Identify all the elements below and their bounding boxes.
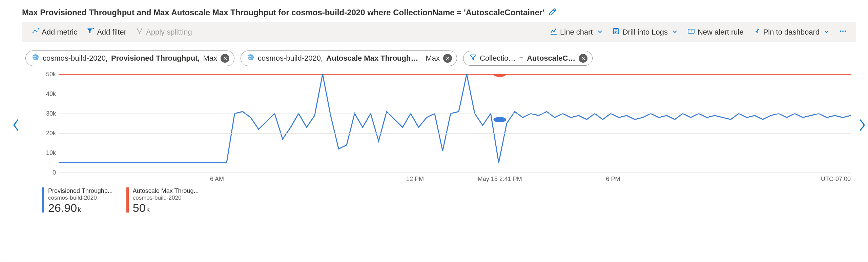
legend-value: 26.90 <box>48 201 77 214</box>
gridline <box>59 94 851 94</box>
metrics-panel: Max Provisioned Throughput and Max Autos… <box>0 0 868 262</box>
time-marker-line[interactable] <box>500 74 500 173</box>
line-chart-icon <box>550 27 557 37</box>
chevron-down-icon <box>824 28 830 37</box>
toolbar: Add metric Add filter Apply splitting Li… <box>22 22 856 42</box>
legend-resource: cosmos-build-2020 <box>48 195 113 201</box>
filter-value: AutoscaleC… <box>527 54 575 63</box>
chart-area: 50k40k30k20k10k06 AM12 PM6 PMUTC-07:00Ma… <box>22 74 856 173</box>
drill-logs-button[interactable]: Drill into Logs <box>608 25 683 40</box>
add-filter-button[interactable]: Add filter <box>82 25 131 40</box>
pill-row: cosmos-build-2020, Provisioned Throughpu… <box>0 42 868 66</box>
legend-item-provisioned[interactable]: Provisioned Throughp... cosmos-build-202… <box>42 187 113 215</box>
gridline <box>59 133 851 134</box>
filter-icon <box>470 54 476 63</box>
cosmos-icon <box>32 54 39 63</box>
chart-type-button[interactable]: Line chart <box>545 25 608 40</box>
more-icon <box>839 27 847 37</box>
new-alert-label: New alert rule <box>698 28 744 37</box>
page-title: Max Provisioned Throughput and Max Autos… <box>22 8 544 17</box>
legend-resource: cosmos-build-2020 <box>133 195 199 201</box>
gridline <box>59 114 851 114</box>
pill-metric: Provisioned Throughput, <box>111 54 200 63</box>
metric-pill-autoscale[interactable]: cosmos-build-2020, Autoscale Max Through… <box>241 51 457 66</box>
legend-unit: k <box>78 206 81 213</box>
x-axis-label: 12 PM <box>406 176 424 183</box>
gridline <box>59 153 851 153</box>
legend-unit: k <box>146 206 150 213</box>
timezone-label: UTC-07:00 <box>821 176 851 183</box>
add-filter-label: Add filter <box>97 28 126 37</box>
close-icon[interactable]: ✕ <box>221 54 229 63</box>
legend-swatch <box>42 187 44 213</box>
filter-property: Collectio… <box>480 54 516 63</box>
legend-name: Autoscale Max Throug... <box>133 187 199 195</box>
title-row: Max Provisioned Throughput and Max Autos… <box>0 0 868 22</box>
cosmos-icon <box>247 54 254 63</box>
filter-icon <box>87 27 94 37</box>
pin-dashboard-button[interactable]: Pin to dashboard <box>748 25 834 40</box>
gridline <box>59 173 851 173</box>
svg-point-10 <box>845 31 846 32</box>
add-metric-button[interactable]: Add metric <box>27 25 82 40</box>
close-icon[interactable]: ✕ <box>443 54 452 63</box>
legend-row: Provisioned Throughp... cosmos-build-202… <box>0 173 868 215</box>
more-button[interactable] <box>834 25 851 40</box>
pill-resource: cosmos-build-2020, <box>43 54 108 63</box>
chevron-down-icon <box>597 28 603 37</box>
x-axis-label: 6 PM <box>606 176 620 183</box>
svg-point-8 <box>840 31 841 32</box>
legend-item-autoscale[interactable]: Autoscale Max Throug... cosmos-build-202… <box>126 187 199 215</box>
close-icon[interactable]: ✕ <box>579 54 587 63</box>
y-axis-label: 40k <box>40 90 56 98</box>
legend-name: Provisioned Throughp... <box>48 187 113 195</box>
y-axis-label: 20k <box>40 130 56 137</box>
new-alert-button[interactable]: New alert rule <box>683 25 748 40</box>
filter-pill[interactable]: Collectio… = AutoscaleC… ✕ <box>463 51 593 66</box>
chart-type-label: Line chart <box>560 28 593 37</box>
y-axis-label: 30k <box>40 110 56 117</box>
x-axis-label: 6 AM <box>210 176 224 183</box>
pill-agg: Max <box>203 54 218 63</box>
apply-splitting-label: Apply splitting <box>146 28 192 37</box>
metric-pill-provisioned[interactable]: cosmos-build-2020, Provisioned Throughpu… <box>25 51 234 66</box>
edit-title-icon[interactable] <box>549 8 557 17</box>
legend-swatch <box>126 187 129 213</box>
chevron-down-icon <box>672 28 678 37</box>
y-axis-label: 0 <box>40 169 56 176</box>
chart-plot[interactable]: 50k40k30k20k10k06 AM12 PM6 PMUTC-07:00Ma… <box>40 74 851 173</box>
apply-splitting-button: Apply splitting <box>131 25 197 40</box>
pin-icon <box>753 27 761 37</box>
pin-dashboard-label: Pin to dashboard <box>763 28 820 37</box>
logs-icon <box>613 27 620 37</box>
y-axis-label: 10k <box>40 149 56 157</box>
y-axis-label: 50k <box>40 71 56 78</box>
split-icon <box>136 27 143 37</box>
pill-agg: Max <box>426 54 440 63</box>
chart-svg <box>59 74 851 173</box>
svg-point-9 <box>842 31 844 32</box>
pill-metric: Autoscale Max Through… <box>326 54 418 63</box>
legend-value: 50 <box>133 201 146 214</box>
next-time-button[interactable] <box>855 115 868 138</box>
pill-resource: cosmos-build-2020, <box>258 54 323 63</box>
add-metric-icon <box>32 27 39 37</box>
filter-eq: = <box>519 54 523 63</box>
time-marker-label: May 15 2:41 PM <box>478 176 522 183</box>
prev-time-button[interactable] <box>8 115 23 138</box>
alert-icon <box>687 27 695 37</box>
drill-logs-label: Drill into Logs <box>623 28 668 37</box>
add-metric-label: Add metric <box>42 28 77 37</box>
